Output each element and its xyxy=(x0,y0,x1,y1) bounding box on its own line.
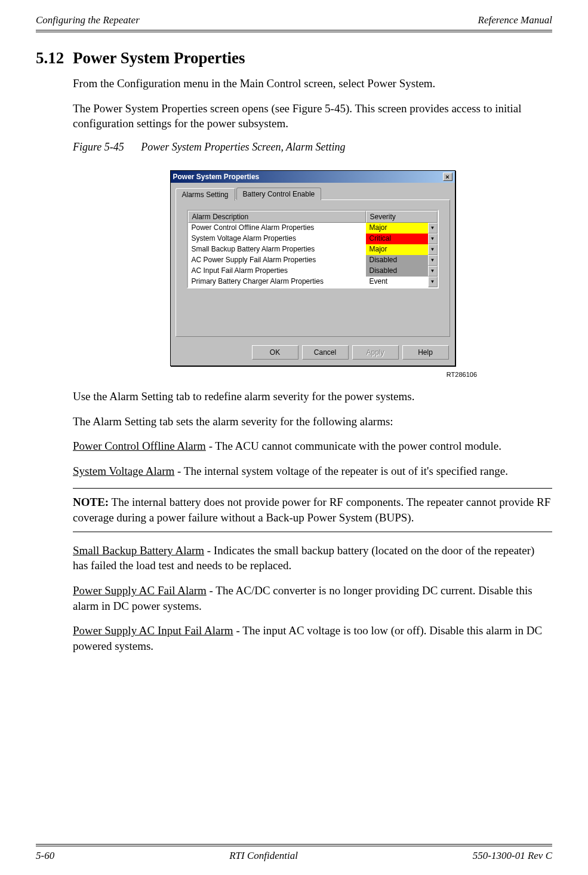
figure-caption: Figure 5-45 Power System Properties Scre… xyxy=(73,141,552,153)
footer-page-number: 5-60 xyxy=(36,850,54,862)
chevron-down-icon[interactable]: ▼ xyxy=(428,234,438,244)
dialog-title: Power System Properties xyxy=(173,173,260,181)
page-footer: 5-60 RTI Confidential 550-1300-01 Rev C xyxy=(36,844,552,862)
alarm-system-voltage: System Voltage Alarm - The internal syst… xyxy=(73,463,552,479)
severity-dropdown[interactable]: Critical xyxy=(366,234,428,244)
alarm-ac-input-fail: Power Supply AC Input Fail Alarm - The i… xyxy=(73,623,552,653)
note-text: The internal battery does not provide po… xyxy=(73,496,550,524)
footer-rule xyxy=(36,844,552,846)
section-heading: 5.12 Power System Properties xyxy=(36,49,552,67)
alarm-name: System Voltage Alarm xyxy=(73,465,174,477)
note-rule-bottom xyxy=(73,532,552,532)
page-header: Configuring the Repeater Reference Manua… xyxy=(36,14,552,30)
figure-number: Figure 5-45 xyxy=(73,141,124,153)
alarm-text: - The internal system voltage of the rep… xyxy=(174,465,508,477)
footer-center: RTI Confidential xyxy=(229,850,298,862)
severity-dropdown[interactable]: Major xyxy=(366,223,428,234)
footer-doc-id: 550-1300-01 Rev C xyxy=(473,850,552,862)
para-use-tab: Use the Alarm Setting tab to redefine al… xyxy=(73,389,552,404)
figure-id: RT286106 xyxy=(73,371,477,378)
chevron-down-icon[interactable]: ▼ xyxy=(428,223,438,234)
table-row: Small Backup Battery Alarm Properties xyxy=(188,244,366,255)
alarm-name: Small Backup Battery Alarm xyxy=(73,544,204,557)
figure-screenshot: Power System Properties × Alarms Setting… xyxy=(73,170,552,366)
section-number: 5.12 xyxy=(36,49,73,67)
figure-title: Power System Properties Screen, Alarm Se… xyxy=(141,141,345,153)
help-button[interactable]: Help xyxy=(402,345,449,360)
column-description: Alarm Description Power Control Offline … xyxy=(188,211,366,287)
severity-dropdown[interactable]: Event xyxy=(366,277,428,287)
tab-alarms-setting[interactable]: Alarms Setting xyxy=(176,188,235,201)
table-row: Primary Battery Charger Alarm Properties xyxy=(188,277,366,287)
alarm-name: Power Supply AC Input Fail Alarm xyxy=(73,624,233,637)
alarm-small-backup-battery: Small Backup Battery Alarm - Indicates t… xyxy=(73,543,552,573)
para-1: From the Configuration menu in the Main … xyxy=(73,76,552,91)
dialog-window: Power System Properties × Alarms Setting… xyxy=(170,170,455,366)
table-row: Power Control Offline Alarm Properties xyxy=(188,223,366,234)
cancel-button[interactable]: Cancel xyxy=(302,345,349,360)
header-rule xyxy=(36,30,552,32)
tab-area: Alarms Setting Battery Control Enable Al… xyxy=(171,183,455,342)
table-row: AC Power Supply Fail Alarm Properties xyxy=(188,255,366,266)
close-icon[interactable]: × xyxy=(443,173,452,181)
severity-dropdown[interactable]: Disabled xyxy=(366,266,428,277)
severity-dropdown[interactable]: Disabled xyxy=(366,255,428,266)
header-severity: Severity xyxy=(366,211,438,223)
para-2: The Power System Properties screen opens… xyxy=(73,101,552,131)
note-block: NOTE: The internal battery does not prov… xyxy=(73,495,552,525)
column-severity: Severity Major▼ Critical▼ Major▼ Disable… xyxy=(366,211,438,287)
alarm-power-control-offline: Power Control Offline Alarm - The ACU ca… xyxy=(73,438,552,454)
chevron-down-icon[interactable]: ▼ xyxy=(428,244,438,255)
dialog-button-row: OK Cancel Apply Help xyxy=(171,342,455,366)
header-right: Reference Manual xyxy=(478,14,552,26)
content-area: From the Configuration menu in the Main … xyxy=(73,76,552,654)
tab-strip: Alarms Setting Battery Control Enable xyxy=(176,188,450,200)
note-label: NOTE: xyxy=(73,496,109,508)
severity-dropdown[interactable]: Major xyxy=(366,244,428,255)
tab-page: Alarm Description Power Control Offline … xyxy=(176,199,450,337)
chevron-down-icon[interactable]: ▼ xyxy=(428,277,438,287)
chevron-down-icon[interactable]: ▼ xyxy=(428,266,438,277)
section-title: Power System Properties xyxy=(73,49,245,67)
alarm-name: Power Supply AC Fail Alarm xyxy=(73,584,207,597)
table-row: System Voltage Alarm Properties xyxy=(188,234,366,244)
table-row: AC Input Fail Alarm Properties xyxy=(188,266,366,277)
header-left: Configuring the Repeater xyxy=(36,14,140,26)
header-alarm-description: Alarm Description xyxy=(188,211,366,223)
ok-button[interactable]: OK xyxy=(252,345,298,360)
note-rule-top xyxy=(73,488,552,489)
alarm-grid: Alarm Description Power Control Offline … xyxy=(187,210,439,288)
chevron-down-icon[interactable]: ▼ xyxy=(428,255,438,266)
alarm-name: Power Control Offline Alarm xyxy=(73,440,206,452)
para-sets: The Alarm Setting tab sets the alarm sev… xyxy=(73,414,552,429)
dialog-titlebar: Power System Properties × xyxy=(171,171,455,183)
alarm-text: - The ACU cannot communicate with the po… xyxy=(206,440,501,452)
apply-button[interactable]: Apply xyxy=(352,345,399,360)
alarm-ac-fail: Power Supply AC Fail Alarm - The AC/DC c… xyxy=(73,583,552,613)
tab-battery-control[interactable]: Battery Control Enable xyxy=(236,188,322,200)
